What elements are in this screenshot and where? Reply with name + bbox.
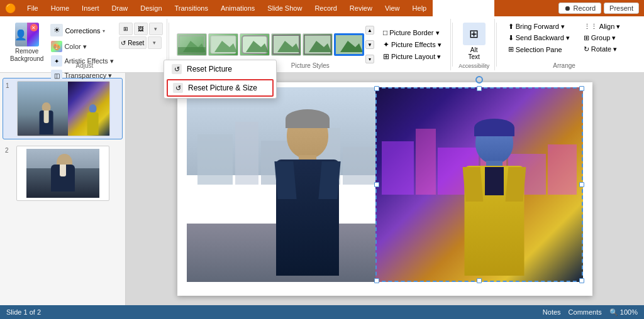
bring-forward-button[interactable]: ⬆ Bring Forward ▾ bbox=[504, 21, 574, 32]
present-button[interactable]: Present bbox=[604, 3, 639, 14]
separator-2 bbox=[452, 23, 453, 67]
ribbon: 👤 ✕ RemoveBackground ☀ Corrections ▾ 🎨 C… bbox=[0, 16, 644, 73]
scroll-up-arrow[interactable]: ▲ bbox=[365, 26, 374, 35]
style-6-preview bbox=[335, 35, 363, 55]
group-label: Group ▾ bbox=[591, 34, 616, 42]
slide-panel: 1 bbox=[0, 73, 126, 305]
accessibility-group-label: Accessibility bbox=[454, 63, 494, 69]
remove-bg-icon: 👤 ✕ bbox=[15, 23, 39, 46]
rotate-handle[interactable] bbox=[475, 76, 483, 84]
style-thumb-2[interactable] bbox=[208, 33, 238, 56]
reset-picture-menu-item[interactable]: ↺ Reset Picture bbox=[164, 60, 276, 78]
zoom-controls[interactable]: 🔍 100% bbox=[609, 308, 638, 316]
slide-1-content bbox=[18, 82, 109, 136]
picture-effects-button[interactable]: ✦ Picture Effects ▾ bbox=[380, 39, 444, 50]
tab-draw[interactable]: Draw bbox=[106, 0, 135, 16]
tab-view[interactable]: View bbox=[379, 0, 406, 16]
status-bar: Slide 1 of 2 Notes Comments 🔍 100% bbox=[0, 305, 644, 319]
style-thumb-6[interactable] bbox=[334, 33, 364, 56]
align-icon: ⋮⋮ bbox=[584, 23, 597, 31]
tab-help[interactable]: Help bbox=[406, 0, 433, 16]
style-thumb-4[interactable] bbox=[271, 33, 301, 56]
arrange-buttons-right: ⋮⋮ Align ▾ ⊞ Group ▾ ↻ Rotate ▾ bbox=[577, 20, 627, 56]
slide-2-number: 2 bbox=[5, 146, 13, 154]
group-button[interactable]: ⊞ Group ▾ bbox=[580, 33, 625, 43]
style-3-preview bbox=[241, 35, 269, 55]
picture-layout-button[interactable]: ⊞ Picture Layout ▾ bbox=[380, 51, 444, 62]
tab-picture-format[interactable]: Picture Format bbox=[433, 0, 494, 16]
picture-styles-menu: □ Picture Border ▾ ✦ Picture Effects ▾ ⊞… bbox=[378, 26, 447, 63]
style-thumb-5[interactable] bbox=[303, 33, 333, 56]
color-button[interactable]: 🎨 Color ▾ bbox=[48, 40, 116, 53]
title-bar-left: 🟠 File Home Insert Draw Design Transitio… bbox=[5, 0, 494, 16]
scroll-down-arrow[interactable]: ▼ bbox=[365, 40, 374, 49]
corrections-icon: ☀ bbox=[50, 24, 63, 36]
record-icon: ⏺ bbox=[564, 4, 571, 12]
reset-picture-arrow[interactable]: ▾ bbox=[148, 36, 162, 49]
notes-button[interactable]: Notes bbox=[543, 308, 561, 316]
reset-picture-button[interactable]: ↺ Reset bbox=[119, 36, 147, 49]
style-thumb-3[interactable] bbox=[240, 33, 270, 56]
alt-text-button[interactable]: ⊞ AltText bbox=[458, 20, 491, 63]
tab-insert[interactable]: Insert bbox=[75, 0, 106, 16]
remove-bg-label: RemoveBackground bbox=[10, 48, 43, 63]
remove-background-button[interactable]: 👤 ✕ RemoveBackground bbox=[6, 20, 47, 65]
main-area: 1 bbox=[0, 73, 644, 305]
slide-1-right-image bbox=[68, 82, 109, 136]
compress-picture-button[interactable]: ⊞ bbox=[119, 23, 133, 35]
separator-3 bbox=[496, 23, 497, 67]
person-left bbox=[251, 106, 364, 282]
bring-forward-icon: ⬆ bbox=[508, 23, 514, 31]
tab-transitions[interactable]: Transitions bbox=[169, 0, 214, 16]
svg-rect-2 bbox=[178, 47, 206, 55]
slide-1-item[interactable]: 1 bbox=[3, 78, 123, 139]
tab-review[interactable]: Review bbox=[343, 0, 379, 16]
tab-record[interactable]: Record bbox=[308, 0, 343, 16]
nav-tabs: File Home Insert Draw Design Transitions… bbox=[21, 0, 494, 16]
corrections-arrow: ▾ bbox=[103, 28, 105, 34]
reset-picture-size-menu-item[interactable]: ↺ Reset Picture & Size bbox=[167, 79, 274, 97]
comments-button[interactable]: Comments bbox=[569, 308, 602, 316]
app-icon: 🟠 bbox=[5, 3, 16, 13]
group-icon: ⊞ bbox=[584, 34, 589, 42]
tab-animations[interactable]: Animations bbox=[214, 0, 261, 16]
right-photo-container bbox=[375, 87, 583, 282]
change-picture-arrow[interactable]: ▾ bbox=[149, 23, 163, 35]
selection-pane-button[interactable]: ⊞ Selection Pane bbox=[504, 44, 574, 55]
slide-2-image bbox=[26, 149, 100, 197]
send-backward-label: Send Backward ▾ bbox=[516, 34, 570, 42]
tab-home[interactable]: Home bbox=[45, 0, 75, 16]
reset-picture-label: Reset Picture bbox=[187, 65, 232, 73]
alt-text-icon: ⊞ bbox=[463, 23, 486, 45]
style-1-preview bbox=[178, 35, 206, 55]
style-2-preview bbox=[209, 35, 237, 55]
tab-design[interactable]: Design bbox=[134, 0, 168, 16]
picture-border-icon: □ bbox=[383, 28, 387, 37]
picture-border-button[interactable]: □ Picture Border ▾ bbox=[380, 27, 444, 38]
title-bar: 🟠 File Home Insert Draw Design Transitio… bbox=[0, 0, 644, 16]
ribbon-group-adjust: 👤 ✕ RemoveBackground ☀ Corrections ▾ 🎨 C… bbox=[3, 19, 167, 70]
picture-effects-icon: ✦ bbox=[383, 40, 389, 49]
selection-pane-icon: ⊞ bbox=[508, 45, 514, 53]
selection-pane-label: Selection Pane bbox=[516, 46, 562, 53]
corrections-button[interactable]: ☀ Corrections ▾ bbox=[48, 23, 116, 39]
transparency-button[interactable]: ◫ Transparency ▾ bbox=[48, 68, 116, 82]
color-icon: 🎨 bbox=[51, 41, 62, 52]
align-button[interactable]: ⋮⋮ Align ▾ bbox=[580, 21, 625, 32]
picture-layout-icon: ⊞ bbox=[383, 52, 389, 61]
send-backward-button[interactable]: ⬇ Send Backward ▾ bbox=[504, 33, 574, 43]
tab-file[interactable]: File bbox=[21, 0, 45, 16]
slide-2-item[interactable]: 2 bbox=[3, 143, 123, 203]
picture-effects-label: Picture Effects ▾ bbox=[391, 41, 441, 49]
transparency-label: Transparency ▾ bbox=[64, 72, 112, 80]
tab-slideshow[interactable]: Slide Show bbox=[261, 0, 308, 16]
record-button[interactable]: ⏺ Record bbox=[558, 3, 601, 14]
style-4-preview bbox=[272, 35, 300, 55]
color-label: Color ▾ bbox=[64, 43, 86, 51]
change-picture-button[interactable]: 🖼 bbox=[134, 23, 148, 35]
arrange-group-label: Arrange bbox=[498, 62, 631, 69]
rotate-button[interactable]: ↻ Rotate ▾ bbox=[580, 44, 625, 55]
slide-canvas[interactable] bbox=[177, 82, 592, 296]
left-photo-container bbox=[187, 87, 394, 282]
style-thumb-1[interactable] bbox=[177, 33, 207, 56]
